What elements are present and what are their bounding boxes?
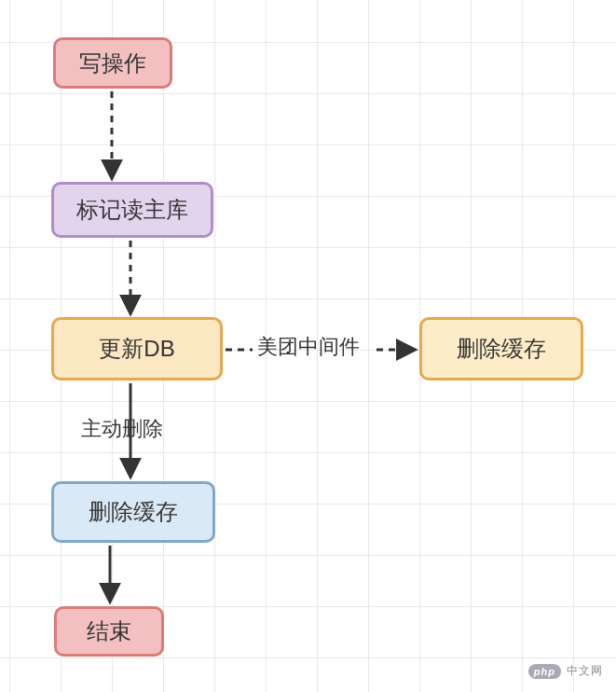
node-label: 更新DB: [99, 334, 174, 364]
node-label: 删除缓存: [89, 497, 178, 527]
watermark-text: 中文网: [567, 663, 603, 679]
node-mark-master: 标记读主库: [51, 182, 213, 238]
node-label: 写操作: [79, 48, 146, 78]
node-update-db: 更新DB: [51, 317, 223, 381]
node-write-op: 写操作: [53, 37, 172, 89]
node-label: 结束: [87, 616, 131, 646]
node-label: 删除缓存: [457, 334, 546, 364]
node-end: 结束: [54, 606, 164, 657]
edge-label-active-delete: 主动删除: [81, 415, 163, 443]
edge-label-middleware: 美团中间件: [257, 333, 360, 361]
node-delete-cache-bottom: 删除缓存: [51, 481, 215, 543]
watermark: php 中文网: [528, 663, 603, 679]
node-label: 标记读主库: [76, 195, 188, 225]
watermark-logo: php: [528, 664, 561, 679]
node-delete-cache-right: 删除缓存: [419, 317, 583, 381]
